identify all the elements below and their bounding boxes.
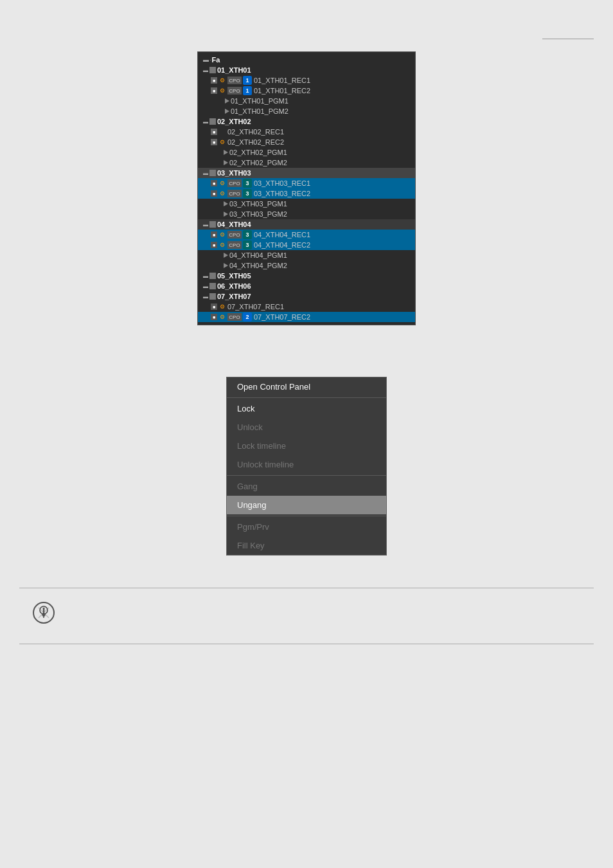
group-04-XTH04[interactable]: ▬ 04_XTH04 bbox=[198, 219, 415, 230]
item-01-rec1[interactable]: ■ ⚙ CPO 1 01_XTH01_REC1 bbox=[198, 75, 415, 86]
expand-icon-03: ▬ bbox=[203, 170, 208, 176]
item-01-rec2[interactable]: ■ ⚙ CPO 1 01_XTH01_REC2 bbox=[198, 86, 415, 96]
group-06-XTH06[interactable]: ▬ 06_XTH06 bbox=[198, 281, 415, 291]
box-icon-01rec1: ■ bbox=[211, 77, 217, 84]
menu-label-lock: Lock bbox=[237, 404, 254, 413]
box-icon-02rec1: ■ bbox=[211, 129, 217, 135]
label-03rec1: 03_XTH03_REC1 bbox=[254, 179, 310, 187]
item-03-rec1[interactable]: ■ ⚙ CPO 3 03_XTH03_REC1 bbox=[198, 178, 415, 188]
item-03-pgm1[interactable]: 03_XTH03_PGM1 bbox=[198, 199, 415, 209]
tree-header-label: Fa bbox=[212, 56, 220, 64]
label-01rec2: 01_XTH01_REC2 bbox=[254, 87, 310, 95]
box-icon-07rec1: ■ bbox=[211, 303, 217, 310]
group-03-label: 03_XTH03 bbox=[217, 169, 251, 177]
menu-label-lock-timeline: Lock timeline bbox=[237, 441, 286, 451]
group-02-label: 02_XTH02 bbox=[217, 118, 251, 125]
menu-item-open-control-panel[interactable]: Open Control Panel bbox=[227, 377, 386, 396]
group-07-label: 07_XTH07 bbox=[217, 293, 251, 300]
monitor-icon-06 bbox=[209, 283, 216, 289]
page: ▬ · Fa ▬ 01_XTH01 ■ ⚙ CPO 1 01_XTH01_REC… bbox=[0, 0, 613, 657]
badge-03rec2: 3 bbox=[243, 189, 252, 198]
warning-svg: ! bbox=[32, 601, 55, 624]
gear-icon-02rec2: ⚙ bbox=[218, 138, 226, 146]
menu-label-unlock: Unlock bbox=[237, 422, 263, 432]
warning-icon-container: ! bbox=[19, 595, 594, 631]
item-03-pgm2[interactable]: 03_XTH03_PGM2 bbox=[198, 209, 415, 219]
gear-icon-07rec1: ⚙ bbox=[218, 303, 226, 311]
monitor-icon-02 bbox=[209, 118, 216, 125]
item-04-pgm2[interactable]: 04_XTH04_PGM2 bbox=[198, 260, 415, 271]
box-icon-02rec2: ■ bbox=[211, 139, 217, 145]
play-icon-04pgm1 bbox=[224, 253, 228, 258]
gear-icon-07rec2: ⚙ bbox=[218, 313, 226, 321]
bottom-section: ! bbox=[19, 588, 594, 644]
play-icon-04pgm2 bbox=[224, 263, 228, 268]
menu-item-unlock-timeline[interactable]: Unlock timeline bbox=[227, 455, 386, 474]
rec-badge-04rec1: CPO bbox=[227, 231, 242, 239]
item-02-rec1[interactable]: ■ 02_XTH02_REC1 bbox=[198, 127, 415, 137]
group-03-XTH03[interactable]: ▬ 03_XTH03 bbox=[198, 168, 415, 178]
monitor-icon-07 bbox=[209, 293, 216, 300]
item-02-rec2[interactable]: ■ ⚙ 02_XTH02_REC2 bbox=[198, 137, 415, 147]
item-02-pgm2[interactable]: 02_XTH02_PGM2 bbox=[198, 158, 415, 168]
menu-item-lock[interactable]: Lock bbox=[227, 399, 386, 418]
item-04-pgm1[interactable]: 04_XTH04_PGM1 bbox=[198, 250, 415, 260]
menu-label-pgm-prv: Pgm/Prv bbox=[237, 522, 269, 532]
item-07-rec1[interactable]: ■ ⚙ 07_XTH07_REC1 bbox=[198, 302, 415, 312]
expand-icon-01: ▬ bbox=[203, 68, 208, 73]
gear-icon-01rec2: ⚙ bbox=[218, 87, 226, 95]
context-menu: Open Control Panel Lock Unlock Lock time… bbox=[226, 377, 387, 556]
collapse-icon2: · bbox=[209, 57, 211, 63]
play-icon-01pgm1 bbox=[225, 98, 229, 104]
menu-item-fill-key[interactable]: Fill Key bbox=[227, 536, 386, 555]
group-07-XTH07[interactable]: ▬ 07_XTH07 bbox=[198, 291, 415, 302]
expand-icon-04: ▬ bbox=[203, 222, 208, 228]
menu-divider-3 bbox=[227, 516, 386, 516]
label-03pgm2: 03_XTH03_PGM2 bbox=[229, 210, 287, 218]
menu-item-gang[interactable]: Gang bbox=[227, 477, 386, 496]
label-04rec1: 04_XTH04_REC1 bbox=[254, 231, 310, 239]
gear-icon-01rec1: ⚙ bbox=[218, 77, 226, 84]
expand-icon-05: ▬ bbox=[203, 273, 208, 279]
menu-divider-1 bbox=[227, 397, 386, 398]
warning-icon: ! bbox=[32, 601, 55, 624]
item-07-rec2[interactable]: ■ ⚙ CPO 2 07_XTH07_REC2 bbox=[198, 312, 415, 322]
label-07rec2: 07_XTH07_REC2 bbox=[254, 313, 310, 321]
rec-badge-04rec2: CPO bbox=[227, 241, 242, 249]
box-icon-03rec1: ■ bbox=[211, 180, 217, 186]
collapse-all-icon: ▬ bbox=[203, 57, 209, 63]
item-02-pgm1[interactable]: 02_XTH02_PGM1 bbox=[198, 147, 415, 158]
tree-header[interactable]: ▬ · Fa bbox=[198, 55, 415, 65]
group-02-XTH02[interactable]: ▬ 02_XTH02 bbox=[198, 116, 415, 127]
menu-label-unlock-timeline: Unlock timeline bbox=[237, 460, 294, 469]
play-icon-01pgm2 bbox=[225, 109, 229, 114]
item-01-pgm1[interactable]: 01_XTH01_PGM1 bbox=[198, 96, 415, 106]
rec-badge-01rec1: CPO bbox=[227, 77, 242, 84]
context-menu-container: Open Control Panel Lock Unlock Lock time… bbox=[197, 377, 416, 556]
box-icon-01rec2: ■ bbox=[211, 87, 217, 94]
group-01-XTH01[interactable]: ▬ 01_XTH01 bbox=[198, 65, 415, 75]
rec-badge-03rec2: CPO bbox=[227, 190, 242, 197]
menu-label-ungang: Ungang bbox=[237, 500, 267, 510]
menu-item-lock-timeline[interactable]: Lock timeline bbox=[227, 437, 386, 455]
box-icon-04rec1: ■ bbox=[211, 231, 217, 238]
item-04-rec1[interactable]: ■ ⚙ CPO 3 04_XTH04_REC1 bbox=[198, 230, 415, 240]
item-01-pgm2[interactable]: 01_XTH01_PGM2 bbox=[198, 106, 415, 116]
group-05-XTH05[interactable]: ▬ 05_XTH05 bbox=[198, 271, 415, 281]
group-01-label: 01_XTH01 bbox=[217, 66, 251, 74]
play-icon-02pgm1 bbox=[224, 150, 228, 155]
menu-item-pgm-prv[interactable]: Pgm/Prv bbox=[227, 518, 386, 536]
label-04pgm2: 04_XTH04_PGM2 bbox=[229, 262, 287, 269]
menu-label-gang: Gang bbox=[237, 482, 258, 491]
label-02pgm2: 02_XTH02_PGM2 bbox=[229, 159, 287, 167]
item-03-rec2[interactable]: ■ ⚙ CPO 3 03_XTH03_REC2 bbox=[198, 188, 415, 199]
group-06-label: 06_XTH06 bbox=[217, 282, 251, 290]
item-04-rec2[interactable]: ■ ⚙ CPO 3 04_XTH04_REC2 bbox=[198, 240, 415, 250]
play-icon-02pgm2 bbox=[224, 160, 228, 165]
menu-item-ungang[interactable]: Ungang bbox=[227, 496, 386, 514]
menu-item-unlock[interactable]: Unlock bbox=[227, 418, 386, 437]
label-04pgm1: 04_XTH04_PGM1 bbox=[229, 251, 287, 259]
bottom-divider bbox=[19, 644, 594, 644]
gear-icon-03rec1: ⚙ bbox=[218, 179, 226, 187]
box-icon-04rec2: ■ bbox=[211, 242, 217, 248]
